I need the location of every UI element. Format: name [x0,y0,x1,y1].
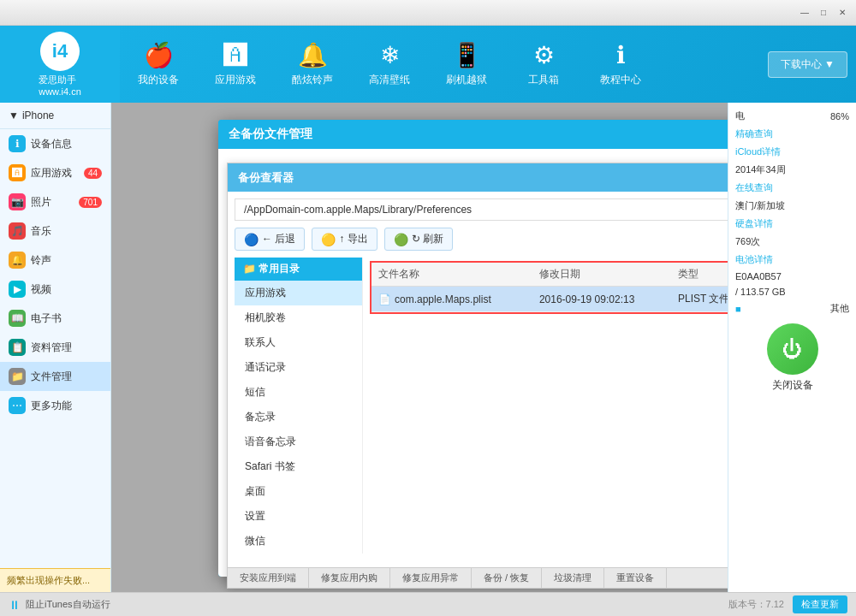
other-row: ■ 其他 [735,302,849,315]
disk-detail-link[interactable]: 硬盘详情 [735,217,773,230]
category-item-8[interactable]: 桌面 [235,479,362,504]
online-query-row: 在线查询 [735,181,849,194]
category-item-3[interactable]: 通话记录 [235,355,362,380]
sidebar-device: ▼ iPhone [0,103,110,129]
file-col-类型: 类型 [671,263,728,287]
modal-tab-修复应用异常[interactable]: 修复应用异常 [390,568,472,588]
sidebar-label-ringtones: 铃声 [31,253,51,268]
query-precise-row: 精确查询 [735,127,849,140]
sidebar-label-photos: 照片 [31,195,51,210]
category-item-7[interactable]: Safari 书签 [235,454,362,479]
week-row: 2014年34周 [735,163,849,176]
category-item-6[interactable]: 语音备忘录 [235,429,362,454]
nav-label-tutorials: 教程中心 [600,73,641,87]
modal-tab-备份 / 恢复[interactable]: 备份 / 恢复 [472,568,542,588]
modal-outer: 全备份文件管理 ✕ 备份查看器 ✕ /AppDomain-com.ap [218,120,728,577]
online-query-link[interactable]: 在线查询 [735,181,773,194]
sidebar-item-file-mgmt[interactable]: 📁文件管理 [0,362,110,391]
table-row[interactable]: 📄com.apple.Maps.plist 2016-09-19 09:02:1… [372,287,728,312]
alert-bar: 频繁出现操作失败... [0,568,110,592]
category-item-9[interactable]: 设置 [235,504,362,529]
nav-item-apps-games[interactable]: 🅰应用游戏 [197,26,274,103]
main-layout: ▼ iPhone ℹ设备信息🅰应用游戏44📷照片701🎵音乐🔔铃声▶视频📖电子书… [0,103,856,592]
export-button[interactable]: 🟡 ↑ 导出 [312,228,377,251]
category-item-2[interactable]: 联系人 [235,330,362,355]
nav-item-tutorials[interactable]: ℹ教程中心 [582,26,659,103]
maximize-button[interactable]: □ [817,6,830,20]
modal-inner-body: /AppDomain-com.apple.Maps/Library/Prefer… [228,192,728,560]
disk-detail-row: 硬盘详情 [735,217,849,230]
sidebar-icon-music: 🎵 [9,222,26,240]
sidebar-label-data-mgmt: 资料管理 [31,341,72,355]
file-table-header-row: 文件名称修改日期类型大小 [372,263,728,287]
version-label: 版本号：7.12 [728,598,784,611]
nav-label-ringtones: 酷炫铃声 [292,73,333,87]
categories-header: 📁 常用目录 [235,258,362,281]
file-manager-layout: 📁 常用目录 应用游戏相机胶卷联系人通话记录短信备忘录语音备忘录Safari 书… [235,258,728,554]
sidebar-item-ringtones[interactable]: 🔔铃声 [0,246,110,275]
sidebar-item-photos[interactable]: 📷照片701 [0,187,110,216]
sidebar-item-videos[interactable]: ▶视频 [0,275,110,304]
bottom-right: 版本号：7.12 检查更新 [728,595,847,613]
file-icon: 📄 [378,293,391,305]
storage-row: / 113.57 GB [735,287,849,297]
sidebar-item-device-info[interactable]: ℹ设备信息 [0,129,110,158]
sidebar-label-ebooks: 电子书 [31,311,62,326]
power-icon: ⏻ [767,323,818,375]
nav-item-tools[interactable]: ⚙工具箱 [505,26,582,103]
close-device-button[interactable]: ⏻ 关闭设备 [735,323,849,393]
check-update-button[interactable]: 检查更新 [793,595,847,613]
modal-overlay: 全备份文件管理 ✕ 备份查看器 ✕ /AppDomain-com.ap [111,103,728,592]
modal-tab-重置设备[interactable]: 重置设备 [604,568,667,588]
header: i4 爱思助手 www.i4.cn 🍎我的设备🅰应用游戏🔔酷炫铃声❄高清壁纸📱刷… [0,26,856,103]
sidebar-label-more: 更多功能 [31,399,72,413]
precise-query-link[interactable]: 精确查询 [735,127,773,140]
modal-inner-header: 备份查看器 ✕ [228,163,728,192]
sidebar-icon-device-info: ℹ [9,135,26,152]
nav-item-jailbreak[interactable]: 📱刷机越狱 [428,26,505,103]
close-button[interactable]: ✕ [835,6,849,20]
category-item-1[interactable]: 相机胶卷 [235,305,362,330]
file-toolbar: 🔵 ← 后退 🟡 ↑ 导出 🟢 ↻ 刷新 [235,228,728,251]
file-name-cell: 📄com.apple.Maps.plist [372,287,532,312]
nav-icon-tutorials: ℹ [616,41,626,69]
nav-icon-my-device: 🍎 [144,41,174,69]
minimize-button[interactable]: — [798,6,811,20]
modal-tab-修复应用内购[interactable]: 修复应用内购 [309,568,390,588]
sidebar-item-data-mgmt[interactable]: 📋资料管理 [0,333,110,362]
modal-outer-body: 备份查看器 ✕ /AppDomain-com.apple.Maps/Librar… [218,149,728,577]
battery-row: 电 86% [735,110,849,122]
category-item-5[interactable]: 备忘录 [235,405,362,429]
stop-itunes-label[interactable]: 阻止iTunes自动运行 [26,598,110,611]
file-table-wrapper: 文件名称修改日期类型大小 📄com.apple.Maps.plist 2016-… [370,261,728,314]
bottom-left: ⏸ 阻止iTunes自动运行 [9,598,110,612]
battery-detail-link[interactable]: 电池详情 [735,253,773,266]
uuid-row: E0AA0B57 [735,271,849,281]
nav-label-apps-games: 应用游戏 [215,73,256,87]
bottom-bar: ⏸ 阻止iTunes自动运行 版本号：7.12 检查更新 [0,592,856,616]
back-button[interactable]: 🔵 ← 后退 [235,228,305,251]
nav-label-jailbreak: 刷机越狱 [446,73,487,87]
modal-tab-垃圾清理[interactable]: 垃圾清理 [542,568,604,588]
category-item-4[interactable]: 短信 [235,380,362,405]
nav-item-my-device[interactable]: 🍎我的设备 [120,26,197,103]
sidebar-item-ebooks[interactable]: 📖电子书 [0,304,110,333]
sidebar-item-apps-games[interactable]: 🅰应用游戏44 [0,158,110,187]
nav-item-ringtones[interactable]: 🔔酷炫铃声 [274,26,351,103]
category-item-10[interactable]: 微信 [235,529,362,554]
sidebar-item-more[interactable]: ⋯更多功能 [0,391,110,420]
sidebar-icon-data-mgmt: 📋 [9,339,26,356]
nav-icon-jailbreak: 📱 [452,41,482,69]
title-bar: — □ ✕ [0,0,856,26]
icloud-detail-link[interactable]: iCloud详情 [735,145,781,158]
file-type-cell: PLIST 文件 [671,287,728,312]
modal-tab-安装应用到端[interactable]: 安装应用到端 [228,568,309,588]
nav-item-wallpaper[interactable]: ❄高清壁纸 [351,26,428,103]
sidebar-icon-photos: 📷 [9,193,26,210]
download-center-button[interactable]: 下载中心 ▼ [768,51,847,78]
sidebar-item-music[interactable]: 🎵音乐 [0,216,110,246]
category-item-0[interactable]: 应用游戏 [235,281,362,305]
sidebar-label-apps-games: 应用游戏 [31,166,72,181]
refresh-button[interactable]: 🟢 ↻ 刷新 [384,228,453,251]
content-area: 全备份文件管理 ✕ 备份查看器 ✕ /AppDomain-com.ap [111,103,728,592]
